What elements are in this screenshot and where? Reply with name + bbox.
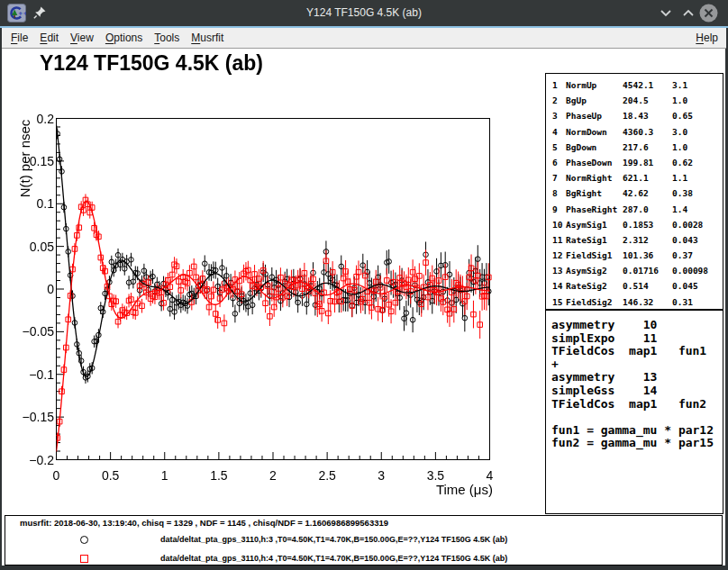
param-name: PhaseDown [566,155,623,170]
param-number: 1 [552,77,566,93]
theory-line: + [551,358,723,372]
param-value: 0.514 [623,278,672,294]
param-error: 1.4 [672,202,723,217]
x-tick-label: 2 [253,468,293,483]
x-tick-label: 1 [145,468,185,483]
fit-summary-line: musrfit: 2018-06-30, 13:19:40, chisq = 1… [20,518,388,528]
menu-item-edit[interactable]: Edit [40,32,59,44]
param-value: 42.62 [623,185,672,201]
param-row: 2BgUp204.51.0 [552,93,723,108]
menu-item-file[interactable]: File [11,32,28,44]
param-name: NormDown [566,124,623,140]
window-title: Y124 TF150G 4.5K (ab) [0,6,728,19]
param-row: 4NormDown4360.33.0 [552,124,723,140]
param-error: 1.0 [672,93,723,108]
theory-line: fun2 = gamma_mu * par15 [551,437,723,450]
menu-item-view[interactable]: View [70,32,94,44]
chevron-up-icon [684,11,693,15]
legend-square-marker [80,555,88,563]
param-row: 5BgDown217.61.0 [552,140,723,155]
theory-line: simpleGss 14 [551,385,723,398]
legend-entry-text: data/deltat_pta_gps_3110,h:3 ,T0=4.50K,T… [160,535,507,544]
param-row: 7NormRight621.11.1 [552,170,723,185]
param-number: 4 [552,124,566,140]
param-name: BgDown [566,140,623,155]
plot-title: Y124 TF150G 4.5K (ab) [40,51,263,76]
theory-box[interactable]: asymmetry 10simplExpo 11TFieldCos map1 f… [545,310,723,514]
param-number: 9 [552,202,566,217]
param-row: 15FieldSig2146.320.31 [552,294,723,310]
y-tick-label: −0.1 [2,367,54,382]
theory-line: TFieldCos map1 fun1 [551,345,723,358]
param-error: 0.37 [672,248,723,263]
x-tick-label: 4 [470,468,510,483]
param-name: AsymSig1 [566,217,623,232]
param-row: 11RateSig12.3120.043 [552,232,723,248]
menu-item-musrfit[interactable]: Musrfit [191,32,223,44]
param-error: 0.31 [672,294,723,310]
param-value: 287.0 [623,202,672,217]
param-name: NormRight [566,170,623,185]
param-number: 6 [552,155,566,170]
parameter-stat-box[interactable]: 1NormUp4542.13.12BgUp204.51.03PhaseUp18.… [545,73,723,310]
param-value: 217.6 [623,140,672,155]
minimize-button[interactable] [659,7,673,20]
param-error: 0.00098 [672,263,723,278]
y-tick-label: 0.05 [2,240,54,254]
param-name: BgRight [566,185,623,201]
param-row: 1NormUp4542.13.1 [552,77,723,93]
menu-item-help[interactable]: Help [696,32,718,44]
param-row: 13AsymSig20.017160.00098 [552,263,723,278]
x-axis-title: Time (μs) [428,482,493,497]
x-tick-label: 0.5 [91,468,131,483]
param-name: FieldSig1 [566,248,623,263]
param-error: 1.0 [672,140,723,155]
y-tick-label: 0.2 [2,112,54,126]
legend-circle-marker [80,536,88,544]
param-error: 0.62 [672,155,723,170]
param-value: 101.36 [623,248,672,263]
menu-item-tools[interactable]: Tools [154,32,179,44]
param-error: 3.0 [672,124,723,140]
param-value: 199.81 [623,155,672,170]
param-row: 3PhaseUp18.430.65 [552,108,723,123]
param-error: 0.043 [672,232,723,248]
param-value: 204.5 [623,93,672,108]
param-error: 3.1 [672,77,723,93]
chevron-down-icon [661,11,670,15]
param-name: BgUp [566,93,623,108]
window-titlebar[interactable]: ++ Y124 TF150G 4.5K (ab) [0,0,728,26]
param-error: 0.045 [672,278,723,294]
param-number: 7 [552,170,566,185]
maximize-button[interactable] [681,7,696,20]
menu-item-options[interactable]: Options [105,32,142,44]
param-error: 1.1 [672,170,723,185]
x-tick-label: 2.5 [307,468,347,483]
param-value: 621.1 [623,170,672,185]
param-number: 14 [552,278,566,294]
menubar: FileEditViewOptionsToolsMusrfitHelp [2,28,726,49]
param-error: 0.65 [672,108,723,123]
y-tick-label: −0.05 [2,324,54,339]
param-value: 4542.1 [623,77,672,93]
param-value: 0.01716 [623,263,672,278]
param-row: 12FieldSig1101.360.37 [552,248,723,263]
param-name: AsymSig2 [566,263,623,278]
param-name: FieldSig2 [566,294,623,310]
root-canvas: Y124 TF150G 4.5K (ab) N(t) per nsec Time… [2,49,725,565]
param-name: RateSig2 [566,278,623,294]
param-value: 18.43 [623,108,672,123]
param-number: 10 [552,217,566,232]
param-number: 5 [552,140,566,155]
x-tick-label: 0 [37,468,77,483]
param-number: 15 [552,294,566,310]
theory-line: asymmetry 13 [551,371,723,385]
x-tick-label: 1.5 [199,468,239,483]
x-tick-label: 3.5 [415,468,455,483]
theory-line [551,411,723,424]
close-button[interactable] [699,4,718,23]
musrfit-window: ++ Y124 TF150G 4.5K (ab) FileEditViewOpt… [0,0,728,570]
y-tick-label: 0 [2,282,54,296]
param-error: 0.38 [672,185,723,201]
theory-line: TFieldCos map1 fun2 [551,398,723,412]
